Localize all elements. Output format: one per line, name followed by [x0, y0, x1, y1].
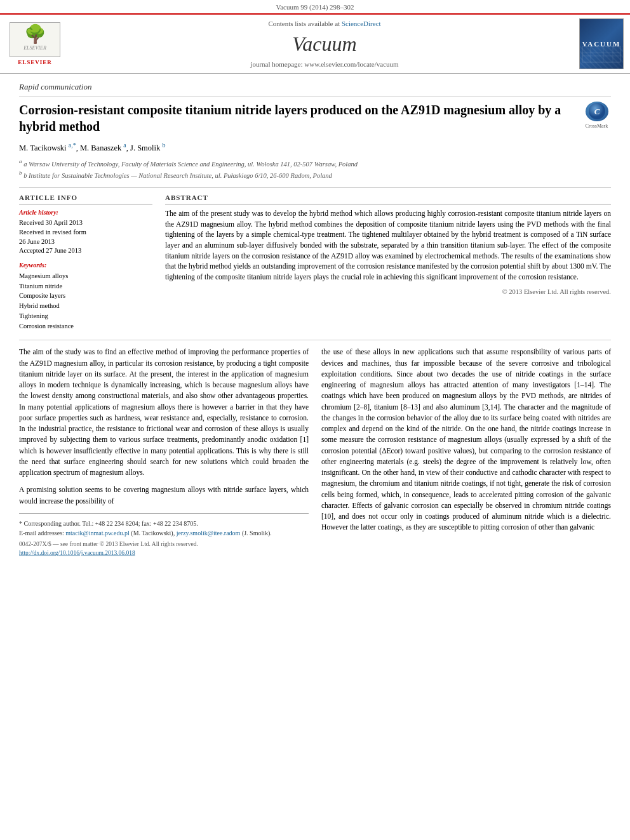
revised-label: Received in revised form — [19, 228, 152, 237]
svg-text:C: C — [594, 107, 600, 116]
crossmark-icon: C — [586, 102, 608, 122]
journal-name: Vacuum — [70, 30, 579, 58]
body-left-column: The aim of the study was to find an effe… — [19, 347, 309, 557]
article-footer: * Corresponding author. Tel.: +48 22 234… — [19, 513, 309, 558]
crossmark-label: CrossMark — [586, 123, 608, 130]
doi-link[interactable]: http://dx.doi.org/10.1016/j.vacuum.2013.… — [19, 549, 309, 557]
keyword-4: Hybrid method — [19, 301, 152, 311]
body-right-column: the use of these alloys in new applicati… — [321, 347, 611, 557]
body-para-1: The aim of the study was to find an effe… — [19, 347, 309, 478]
issn-line: 0042-207X/$ — see front matter © 2013 El… — [19, 540, 309, 549]
volume-info: Vacuum 99 (2014) 298–302 — [0, 0, 630, 13]
sciencedirect-text: Contents lists available at ScienceDirec… — [70, 19, 579, 29]
email-link-tacikowski[interactable]: mtacik@inmat.pw.edu.pl — [65, 530, 129, 537]
footnote-corresponding: * Corresponding author. Tel.: +48 22 234… — [19, 519, 309, 528]
affiliation-b: b b Institute for Sustainable Technologi… — [19, 169, 611, 180]
two-column-section: ARTICLE INFO Article history: Received 3… — [19, 193, 611, 331]
sciencedirect-link[interactable]: ScienceDirect — [342, 20, 381, 27]
keyword-3: Composite layers — [19, 291, 152, 301]
page-wrapper: Vacuum 99 (2014) 298–302 🌳 ELSEVIER ELSE… — [0, 0, 630, 570]
article-info-column: ARTICLE INFO Article history: Received 3… — [19, 193, 152, 331]
body-text-area: The aim of the study was to find an effe… — [19, 340, 611, 557]
svg-rect-0 — [582, 46, 620, 62]
crossmark-svg: C — [588, 102, 606, 120]
article-content: Rapid communication Corrosion-resistant … — [0, 74, 630, 570]
revised-date: 26 June 2013 — [19, 237, 152, 247]
abstract-column: ABSTRACT The aim of the present study wa… — [165, 193, 611, 331]
article-title-row: Corrosion-resistant composite titanium n… — [19, 102, 611, 135]
journal-center: Contents lists available at ScienceDirec… — [70, 19, 579, 70]
crossmark[interactable]: C CrossMark — [582, 102, 611, 130]
elsevier-logo: 🌳 ELSEVIER ELSEVIER — [6, 22, 64, 67]
divider — [19, 187, 611, 188]
journal-header: 🌳 ELSEVIER ELSEVIER Contents lists avail… — [0, 13, 630, 74]
keywords-label: Keywords: — [19, 261, 152, 270]
article-info-label: ARTICLE INFO — [19, 193, 152, 204]
keyword-1: Magnesium alloys — [19, 271, 152, 281]
keyword-5: Tightening — [19, 311, 152, 321]
keyword-6: Corrosion resistance — [19, 321, 152, 331]
body-para-right-1: the use of these alloys in new applicati… — [321, 347, 611, 533]
email-link-smolik[interactable]: jerzy.smolik@itee.radom — [177, 530, 241, 537]
article-history-label: Article history: — [19, 208, 152, 217]
elsevier-label: ELSEVIER — [18, 58, 52, 67]
logo-image: 🌳 ELSEVIER — [10, 22, 60, 57]
article-title: Corrosion-resistant composite titanium n… — [19, 102, 582, 135]
affiliations: a a Warsaw University of Technology, Fac… — [19, 157, 611, 181]
authors: M. Tacikowski a,*, M. Banaszek a, J. Smo… — [19, 141, 611, 154]
copyright: © 2013 Elsevier Ltd. All rights reserved… — [165, 288, 611, 297]
keyword-2: Titanium nitride — [19, 281, 152, 291]
journal-homepage: journal homepage: www.elsevier.com/locat… — [70, 60, 579, 69]
article-type: Rapid communication — [19, 81, 611, 96]
abstract-label: ABSTRACT — [165, 193, 611, 204]
elsevier-tree-icon: 🌳 — [10, 25, 60, 43]
cover-decoration-icon — [581, 43, 622, 65]
footnote-email: E-mail addresses: mtacik@inmat.pw.edu.pl… — [19, 528, 309, 538]
body-para-2: A promising solution seems to be coverin… — [19, 484, 309, 507]
journal-cover: VACUUM — [579, 18, 624, 69]
accepted-date: Accepted 27 June 2013 — [19, 246, 152, 256]
affiliation-a: a a Warsaw University of Technology, Fac… — [19, 157, 611, 169]
abstract-text: The aim of the present study was to deve… — [165, 208, 611, 283]
received-date: Received 30 April 2013 — [19, 218, 152, 228]
